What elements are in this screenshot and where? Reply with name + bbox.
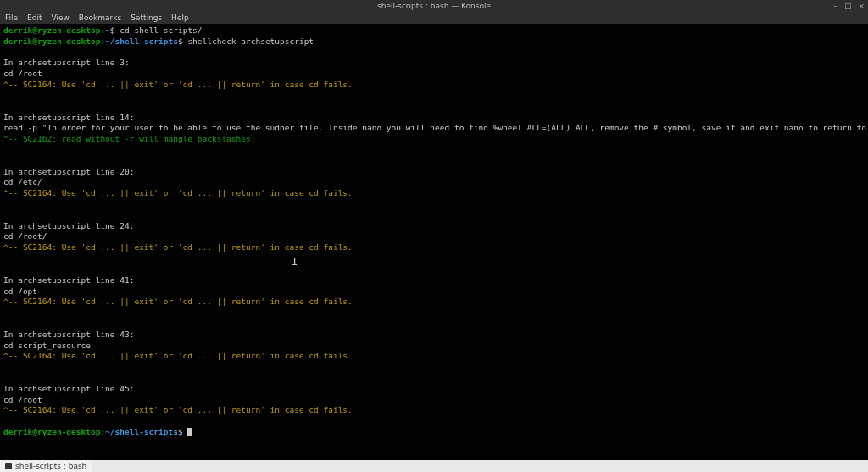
sc-note: ^-- SC2164: Use 'cd ... || exit' or 'cd … bbox=[3, 297, 353, 306]
sc-note: ^-- SC2164: Use 'cd ... || exit' or 'cd … bbox=[3, 242, 353, 252]
window-controls: – □ × bbox=[833, 2, 865, 10]
sc-header: In archsetupscript line 45: bbox=[3, 384, 134, 393]
taskbar-item[interactable]: shell-scripts : bash bbox=[0, 460, 92, 472]
menu-settings[interactable]: Settings bbox=[131, 14, 162, 22]
window-title: shell-scripts : bash — Konsole bbox=[377, 2, 491, 10]
sc-code: cd /opt bbox=[3, 286, 37, 296]
prompt-user: derrik@ryzen-desktop bbox=[3, 36, 100, 46]
sc-code: cd /etc/ bbox=[3, 177, 42, 186]
titlebar: shell-scripts : bash — Konsole – □ × bbox=[0, 0, 868, 12]
taskbar-item-label: shell-scripts : bash bbox=[15, 462, 86, 470]
sc-note: ^-- SC2164: Use 'cd ... || exit' or 'cd … bbox=[3, 188, 353, 197]
sc-header: In archsetupscript line 43: bbox=[3, 330, 134, 339]
prompt-user: derrik@ryzen-desktop bbox=[3, 427, 100, 436]
minimize-button[interactable]: – bbox=[833, 2, 837, 10]
prompt-path: ~/shell-scripts bbox=[105, 36, 178, 46]
maximize-button[interactable]: □ bbox=[844, 2, 852, 10]
menu-bookmarks[interactable]: Bookmarks bbox=[79, 14, 121, 22]
sc-code: cd /root bbox=[3, 69, 42, 78]
menubar: File Edit View Bookmarks Settings Help bbox=[0, 12, 868, 24]
command-text: shellcheck archsetupscript bbox=[187, 36, 314, 46]
terminal-icon bbox=[5, 463, 12, 469]
taskbar: shell-scripts : bash bbox=[0, 460, 868, 472]
sc-note: ^-- SC2164: Use 'cd ... || exit' or 'cd … bbox=[3, 351, 353, 360]
sc-note: ^-- SC2162: read without -r will mangle … bbox=[3, 134, 255, 143]
sc-header: In archsetupscript line 20: bbox=[3, 167, 134, 176]
sc-code: read -p "In order for your user to be ab… bbox=[3, 123, 868, 132]
sc-header: In archsetupscript line 14: bbox=[3, 113, 134, 122]
terminal-cursor bbox=[187, 428, 192, 436]
sc-note: ^-- SC2164: Use 'cd ... || exit' or 'cd … bbox=[3, 80, 353, 89]
menu-help[interactable]: Help bbox=[171, 14, 189, 22]
sc-code: cd /root bbox=[3, 395, 42, 404]
command-text: cd shell-scripts/ bbox=[120, 25, 202, 35]
sc-header: In archsetupscript line 41: bbox=[3, 275, 134, 285]
close-button[interactable]: × bbox=[858, 2, 865, 10]
menu-view[interactable]: View bbox=[52, 14, 70, 22]
sc-code: cd script_resource bbox=[3, 341, 91, 350]
menu-file[interactable]: File bbox=[5, 14, 18, 22]
sc-note: ^-- SC2164: Use 'cd ... || exit' or 'cd … bbox=[3, 405, 353, 414]
prompt-user: derrik@ryzen-desktop bbox=[3, 25, 100, 35]
prompt-path: ~/shell-scripts bbox=[105, 427, 178, 436]
sc-header: In archsetupscript line 3: bbox=[3, 58, 130, 67]
sc-code: cd /root/ bbox=[3, 231, 47, 241]
sc-header: In archsetupscript line 24: bbox=[3, 221, 134, 230]
terminal-area[interactable]: derrik@ryzen-desktop:~$ cd shell-scripts… bbox=[0, 24, 868, 460]
menu-edit[interactable]: Edit bbox=[27, 14, 42, 22]
